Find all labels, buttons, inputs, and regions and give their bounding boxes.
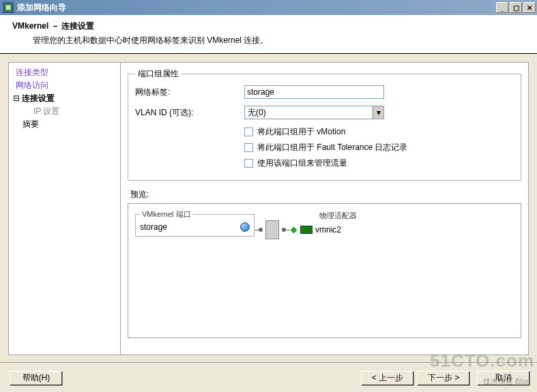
row-management: 使用该端口组来管理流量	[135, 157, 514, 169]
step-ip-settings: IP 设置	[13, 106, 116, 117]
svg-rect-1	[6, 5, 10, 10]
vswitch-icon	[265, 220, 279, 239]
help-button[interactable]: 帮助(H)	[10, 371, 63, 386]
wizard-button-bar: 帮助(H) < 上一步 下一步 > 取消	[0, 362, 537, 389]
network-label-input[interactable]	[244, 85, 384, 99]
maximize-button[interactable]: ▢	[510, 2, 522, 13]
preview-label: 预览:	[130, 189, 521, 200]
checkbox-fault-tolerance[interactable]	[244, 143, 253, 152]
portgroup-legend: 端口组属性	[135, 68, 182, 80]
row-fault-tolerance: 将此端口组用于 Fault Tolerance 日志记录	[135, 142, 514, 153]
diagram-connector	[255, 220, 297, 239]
window-buttons: _ ▢ ✕	[496, 2, 536, 13]
preview-panel: VMkernel 端口 storage 物理适配器	[128, 203, 521, 338]
app-icon	[3, 2, 14, 13]
label-fault-tolerance: 将此端口组用于 Fault Tolerance 日志记录	[257, 142, 408, 153]
vmkernel-port-name: storage	[140, 222, 167, 232]
checkbox-management[interactable]	[244, 159, 253, 168]
vmkernel-legend: VMkernel 端口	[140, 209, 193, 220]
link-icon	[291, 226, 297, 233]
wizard-title: VMkernel － 连接设置	[12, 20, 527, 32]
window-title: 添加网络向导	[17, 2, 496, 14]
chevron-down-icon: ▾	[373, 106, 383, 119]
step-summary: 摘要	[13, 119, 116, 130]
globe-icon	[240, 222, 250, 232]
row-network-label: 网络标签:	[135, 85, 514, 99]
node-icon	[259, 228, 263, 232]
row-vlan-id: VLAN ID (可选): 无(0) ▾	[135, 106, 514, 119]
physical-adapter-group: 物理适配器 vmnic2	[297, 209, 357, 235]
step-connection-settings-label: 连接设置	[22, 93, 55, 103]
label-network-label: 网络标签:	[135, 87, 244, 98]
back-button[interactable]: < 上一步	[361, 371, 414, 386]
title-bar: 添加网络向导 _ ▢ ✕	[0, 0, 537, 15]
cancel-button[interactable]: 取消	[477, 371, 530, 386]
physical-adapter-legend: 物理适配器	[297, 211, 357, 221]
nic-icon	[300, 226, 313, 234]
vmkernel-port-group: VMkernel 端口 storage	[135, 209, 255, 237]
next-button[interactable]: 下一步 >	[417, 371, 470, 386]
step-connection-type[interactable]: 连接类型	[13, 67, 116, 78]
wizard-description: 管理您的主机和数据中心时使用网络标签来识别 VMkernel 连接。	[12, 35, 527, 46]
nic-name: vmnic2	[315, 225, 341, 235]
wizard-body: 连接类型 网络访问 ⊟ 连接设置 IP 设置 摘要 端口组属性 网络标签: VL…	[0, 54, 537, 355]
label-vlan-id: VLAN ID (可选):	[135, 107, 244, 119]
step-network-access[interactable]: 网络访问	[13, 80, 116, 91]
minimize-button[interactable]: _	[496, 2, 508, 13]
wizard-header: VMkernel － 连接设置 管理您的主机和数据中心时使用网络标签来识别 VM…	[0, 15, 537, 54]
expand-marker-icon[interactable]: ⊟	[13, 93, 20, 103]
vmkernel-port-row: storage	[140, 222, 250, 232]
row-vmotion: 将此端口组用于 vMotion	[135, 126, 514, 138]
step-connection-settings: ⊟ 连接设置	[13, 93, 116, 104]
close-button[interactable]: ✕	[523, 2, 536, 13]
checkbox-vmotion[interactable]	[244, 127, 253, 136]
vlan-id-select[interactable]: 无(0) ▾	[244, 106, 384, 119]
wizard-content: 端口组属性 网络标签: VLAN ID (可选): 无(0) ▾ 将此端口组用于…	[121, 62, 529, 355]
portgroup-properties-fieldset: 端口组属性 网络标签: VLAN ID (可选): 无(0) ▾ 将此端口组用于…	[128, 68, 521, 181]
network-diagram: VMkernel 端口 storage 物理适配器	[135, 209, 514, 239]
vlan-id-value: 无(0)	[245, 107, 373, 119]
label-management: 使用该端口组来管理流量	[257, 157, 347, 169]
wizard-steps-nav: 连接类型 网络访问 ⊟ 连接设置 IP 设置 摘要	[8, 62, 121, 355]
label-vmotion: 将此端口组用于 vMotion	[257, 126, 345, 138]
physical-nic-row: vmnic2	[297, 225, 357, 235]
